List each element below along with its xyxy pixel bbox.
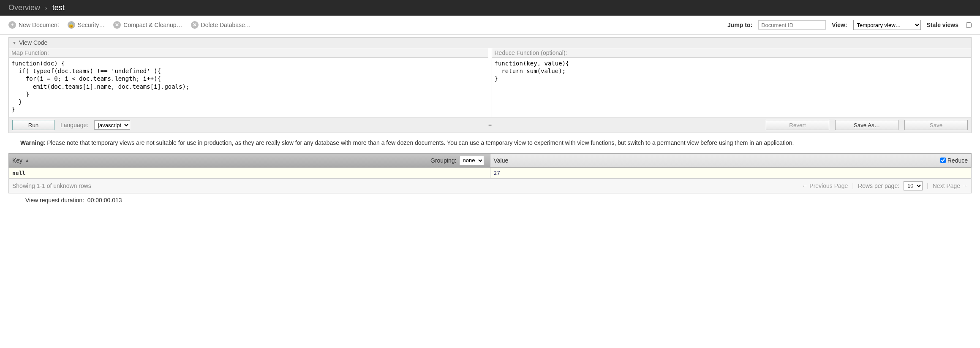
chevron-right-icon: › (45, 5, 47, 11)
result-key: null (9, 168, 490, 178)
reduce-function-editor[interactable] (492, 58, 972, 117)
jump-to-input[interactable] (758, 20, 826, 30)
value-header-label: Value (494, 157, 509, 164)
new-document-label: New Document (19, 22, 59, 28)
toolbar: + New Document 🔒 Security… ✕ Compact & C… (0, 16, 980, 35)
compact-label: Compact & Cleanup… (123, 22, 182, 28)
delete-database-button[interactable]: ✕ Delete Database… (191, 21, 251, 29)
delete-icon: ✕ (191, 21, 199, 29)
revert-button[interactable]: Revert (766, 120, 829, 130)
showing-text: Showing 1-1 of unknown rows (12, 182, 91, 189)
request-duration: View request duration: 00:00:00.013 (8, 193, 972, 207)
language-label: Language: (60, 122, 88, 128)
new-document-button[interactable]: + New Document (8, 21, 59, 29)
next-page-link[interactable]: Next Page → (933, 182, 968, 189)
reduce-checkbox[interactable] (940, 158, 946, 163)
duration-value: 00:00:00.013 (87, 197, 122, 204)
table-row[interactable]: null 27 (8, 168, 972, 179)
key-header-label: Key (12, 157, 22, 164)
value-column-header: Value Reduce (490, 154, 972, 167)
compact-button[interactable]: ✕ Compact & Cleanup… (113, 21, 182, 29)
view-code-toggle[interactable]: ▼ View Code (8, 37, 972, 48)
stale-views-label: Stale views (927, 22, 959, 28)
compact-icon: ✕ (113, 21, 121, 29)
view-select[interactable]: Temporary view… (853, 20, 921, 30)
save-button[interactable]: Save (904, 120, 968, 130)
run-button[interactable]: Run (12, 120, 54, 130)
language-select[interactable]: javascript (94, 120, 130, 130)
previous-page-link[interactable]: ← Previous Page (802, 182, 848, 189)
view-code-label: View Code (19, 39, 47, 46)
security-button[interactable]: 🔒 Security… (68, 21, 105, 29)
stale-views-checkbox[interactable] (966, 22, 972, 28)
reduce-label: Reduce (947, 157, 968, 164)
lock-icon: 🔒 (68, 21, 75, 29)
separator: | (927, 182, 928, 189)
duration-label: View request duration: (25, 197, 84, 204)
warning-message: Warning: Please note that temporary view… (8, 133, 972, 153)
rows-per-page-label: Rows per page: (858, 182, 899, 189)
map-function-editor[interactable] (9, 58, 488, 117)
separator: | (852, 182, 854, 189)
security-label: Security… (78, 22, 105, 28)
triangle-down-icon: ▼ (12, 41, 16, 45)
warning-prefix: Warning (20, 139, 44, 146)
grouping-select[interactable]: none (459, 156, 484, 165)
view-label: View: (832, 22, 847, 28)
key-column-header[interactable]: Key ▲ Grouping: none (9, 154, 490, 167)
equals-icon: = (488, 122, 492, 128)
breadcrumb-db[interactable]: test (52, 3, 65, 12)
warning-text: : Please note that temporary views are n… (44, 139, 794, 146)
plus-icon: + (8, 21, 16, 29)
delete-database-label: Delete Database… (201, 22, 251, 28)
grouping-label: Grouping: (430, 157, 456, 164)
result-value: 27 (490, 168, 972, 178)
jump-to-label: Jump to: (727, 22, 752, 28)
save-as-button[interactable]: Save As… (835, 120, 898, 130)
breadcrumb-overview[interactable]: Overview (8, 3, 40, 12)
sort-asc-icon: ▲ (25, 158, 29, 163)
breadcrumb: Overview › test (0, 0, 980, 16)
map-function-label: Map Function: (9, 48, 488, 58)
reduce-function-label: Reduce Function (optional): (492, 48, 972, 58)
rows-per-page-select[interactable]: 10 (904, 181, 923, 190)
